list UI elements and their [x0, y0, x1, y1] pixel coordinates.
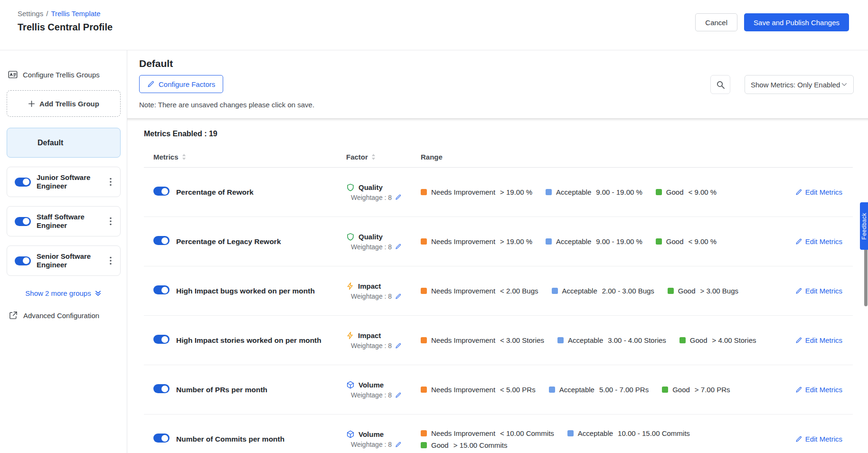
group-card-label: Junior Software Engineer	[37, 173, 94, 190]
edit-weightage-icon[interactable]	[395, 442, 401, 448]
kebab-menu-icon[interactable]	[107, 215, 114, 227]
edit-metrics-link[interactable]: Edit Metrics	[790, 237, 853, 245]
range-value: 9.00 - 19.00 %	[596, 188, 642, 196]
weightage-label: Weightage : 8	[351, 342, 392, 349]
kebab-menu-icon[interactable]	[107, 176, 114, 188]
metric-name: Number of Commits per month	[176, 435, 346, 444]
metrics-filter-value: Show Metrics: Only Enabled	[751, 81, 840, 89]
metrics-filter-dropdown[interactable]: Show Metrics: Only Enabled	[745, 75, 854, 94]
pencil-icon	[795, 337, 802, 344]
edit-weightage-icon[interactable]	[395, 343, 401, 349]
edit-metrics-link[interactable]: Edit Metrics	[790, 336, 853, 344]
range-value: > 3.00 Bugs	[700, 287, 738, 295]
column-header-metrics[interactable]: Metrics	[153, 153, 346, 161]
edit-metrics-label: Edit Metrics	[805, 287, 842, 295]
edit-metrics-link[interactable]: Edit Metrics	[790, 287, 853, 295]
edit-weightage-icon[interactable]	[395, 194, 401, 200]
metric-toggle[interactable]	[153, 434, 170, 443]
feedback-tab[interactable]: Feedback	[860, 202, 868, 250]
show-more-groups-button[interactable]: Show 2 more groups	[25, 289, 101, 297]
add-trellis-group-button[interactable]: Add Trellis Group	[7, 90, 121, 117]
metric-row-number-of-commits: Number of Commits per month Volume Weigh…	[144, 415, 853, 453]
acceptable-swatch	[557, 337, 564, 343]
group-toggle[interactable]	[15, 256, 31, 265]
pencil-icon	[795, 288, 802, 294]
breadcrumb-separator: /	[46, 9, 48, 18]
range-value: < 9.00 %	[689, 188, 717, 196]
edit-metrics-link[interactable]: Edit Metrics	[790, 435, 853, 443]
group-toggle[interactable]	[15, 217, 31, 226]
show-more-groups-label: Show 2 more groups	[25, 289, 91, 297]
configure-factors-button[interactable]: Configure Factors	[139, 75, 223, 93]
factor-cell: Impact Weightage : 8	[346, 282, 421, 300]
good-swatch	[662, 387, 668, 393]
pencil-icon	[795, 189, 802, 196]
trellis-groups-card-icon	[8, 69, 18, 80]
metric-toggle[interactable]	[153, 335, 170, 344]
edit-weightage-icon[interactable]	[395, 293, 401, 300]
save-publish-button[interactable]: Save and Publish Changes	[744, 13, 849, 31]
weightage-label: Weightage : 8	[351, 243, 392, 251]
page-title: Trellis Central Profile	[18, 22, 113, 33]
edit-metrics-link[interactable]: Edit Metrics	[790, 188, 853, 196]
edit-metrics-link[interactable]: Edit Metrics	[790, 386, 853, 394]
breadcrumb: Settings / Trellis Template	[18, 9, 113, 18]
metric-toggle-cell	[153, 335, 176, 346]
trellis-settings-page: Settings / Trellis Template Trellis Cent…	[0, 0, 868, 453]
edit-weightage-icon[interactable]	[395, 244, 401, 250]
cancel-button[interactable]: Cancel	[695, 13, 737, 31]
add-trellis-group-label: Add Trellis Group	[39, 100, 99, 108]
range-value: > 7.00 PRs	[695, 386, 730, 394]
group-card-senior-software-engineer[interactable]: Senior Software Engineer	[7, 245, 121, 276]
breadcrumb-settings-link[interactable]: Settings	[18, 9, 43, 18]
group-card-default[interactable]: Default	[7, 128, 121, 158]
metric-toggle[interactable]	[153, 285, 170, 294]
range-acceptable: Acceptable3.00 - 4.00 Stories	[557, 336, 666, 344]
needs-improvement-swatch	[421, 337, 427, 343]
configure-factors-label: Configure Factors	[159, 80, 215, 88]
advanced-configuration-label: Advanced Configuration	[23, 311, 99, 320]
quality-shield-icon	[346, 183, 355, 192]
acceptable-swatch	[552, 288, 558, 294]
advanced-configuration-link[interactable]: Advanced Configuration	[7, 311, 120, 320]
range-value: > 15.00 Commits	[453, 441, 508, 449]
weightage-label: Weightage : 8	[351, 391, 392, 399]
column-header-range-label: Range	[421, 153, 443, 161]
metric-toggle[interactable]	[153, 384, 170, 393]
column-header-factor[interactable]: Factor	[346, 153, 421, 161]
good-swatch	[668, 288, 674, 294]
metric-toggle[interactable]	[153, 187, 170, 196]
metric-toggle[interactable]	[153, 236, 170, 245]
double-chevron-down-icon	[94, 290, 102, 297]
quality-shield-icon	[346, 233, 355, 241]
factor-cell: Quality Weightage : 8	[346, 233, 421, 251]
sort-icon[interactable]	[182, 154, 186, 160]
edit-metrics-label: Edit Metrics	[805, 188, 842, 196]
group-card-junior-software-engineer[interactable]: Junior Software Engineer	[7, 167, 121, 197]
metric-name: Number of PRs per month	[176, 386, 346, 394]
kebab-menu-icon[interactable]	[107, 255, 114, 267]
metric-toggle-cell	[153, 384, 176, 395]
weightage-label: Weightage : 8	[351, 293, 392, 300]
range-good: Good> 15.00 Commits	[421, 441, 508, 449]
breadcrumb-trellis-template-link[interactable]: Trellis Template	[51, 9, 100, 18]
metric-toggle-cell	[153, 187, 176, 198]
range-acceptable: Acceptable9.00 - 19.00 %	[546, 237, 642, 245]
edit-metrics-label: Edit Metrics	[805, 435, 842, 443]
range-label: Needs Improvement	[431, 336, 495, 344]
edit-weightage-icon[interactable]	[395, 392, 401, 398]
weightage-label: Weightage : 8	[351, 441, 392, 448]
metrics-enabled-count: Metrics Enabled : 19	[144, 118, 853, 147]
range-good: Good< 9.00 %	[656, 188, 717, 196]
header-actions: Cancel Save and Publish Changes	[695, 9, 849, 50]
group-toggle[interactable]	[15, 178, 31, 187]
advanced-configuration-icon	[9, 311, 18, 320]
search-button[interactable]	[710, 75, 730, 94]
range-label: Good	[666, 237, 684, 245]
good-swatch	[656, 189, 662, 195]
range-good: Good> 7.00 PRs	[662, 386, 730, 394]
group-card-staff-software-engineer[interactable]: Staff Software Engineer	[7, 206, 121, 236]
header-left: Settings / Trellis Template Trellis Cent…	[18, 9, 113, 50]
range-label: Acceptable	[568, 336, 603, 344]
sort-icon[interactable]	[371, 154, 376, 160]
